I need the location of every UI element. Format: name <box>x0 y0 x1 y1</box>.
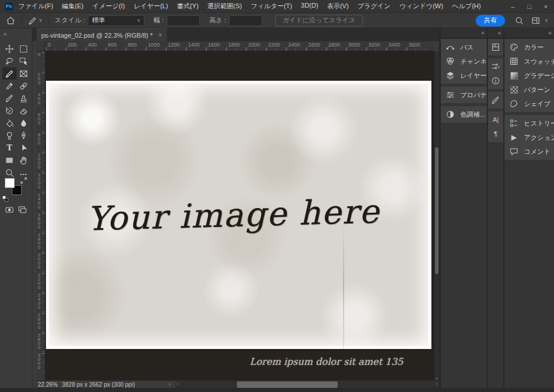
collapse-panels-icon[interactable]: « <box>548 29 552 36</box>
marquee-tool-icon[interactable] <box>17 42 31 55</box>
menu-item-7[interactable]: 3D(D) <box>301 2 318 11</box>
close-tab-icon[interactable]: × <box>159 32 162 38</box>
menu-item-1[interactable]: 編集(E) <box>62 2 84 11</box>
ruler-tick-label: 2400 <box>38 293 40 309</box>
path-selection-tool-icon[interactable] <box>17 141 31 154</box>
canvas-viewport[interactable]: Your image here Lorem ipsum dolor sit am… <box>45 51 434 380</box>
menu-item-2[interactable]: イメージ(I) <box>93 2 125 11</box>
chevron-down-icon[interactable]: ∨ <box>39 18 42 23</box>
menu-item-0[interactable]: ファイル(F) <box>18 2 53 11</box>
panel-button-libraries[interactable] <box>488 40 503 54</box>
panel-label: カラー <box>524 43 544 52</box>
home-icon[interactable] <box>6 16 15 25</box>
frame-tool-icon[interactable] <box>17 67 31 80</box>
history-brush-tool-icon[interactable] <box>2 104 17 117</box>
panel-button-channels[interactable]: チャンネ... <box>441 54 487 68</box>
screen-mode-icon[interactable] <box>18 205 27 215</box>
ruler-tick-label: 1400 <box>186 42 200 51</box>
panel-button-layers[interactable]: レイヤー <box>441 68 487 83</box>
document-tab[interactable]: ps-vintage_02.psd @ 22.3% (RGB/8) * × <box>37 28 167 41</box>
paint-bucket-tool-icon[interactable] <box>2 117 17 129</box>
menu-item-5[interactable]: 選択範囲(S) <box>207 2 242 11</box>
ruler-tick-label: 1000 <box>146 42 160 51</box>
quick-mask-icon[interactable] <box>5 205 14 215</box>
lasso-tool-icon[interactable] <box>2 55 17 67</box>
ruler-tick-label: 1600 <box>206 42 220 51</box>
slice-tool-icon[interactable] <box>2 67 17 80</box>
slice-tool-preset-icon[interactable] <box>28 16 37 25</box>
scroll-left-icon[interactable]: ‹ <box>177 381 179 387</box>
rectangle-tool-icon[interactable] <box>2 154 17 166</box>
type-tool-icon[interactable]: T <box>2 141 17 154</box>
panel-button-comments[interactable]: コメント <box>504 144 554 159</box>
search-icon[interactable] <box>515 16 524 25</box>
maximize-button[interactable]: □ <box>521 3 537 10</box>
foreground-color-swatch[interactable] <box>5 178 15 188</box>
history-icon <box>509 118 519 128</box>
panel-button-color[interactable]: カラー <box>504 40 554 54</box>
status-expand-icon[interactable]: › <box>169 381 170 387</box>
blur-tool-icon[interactable] <box>17 117 31 129</box>
panel-group: ヒストリー▶アクションコメント <box>504 115 554 160</box>
ruler-tick-label: 2200 <box>266 42 280 51</box>
panel-button-patterns[interactable]: パターン <box>504 83 554 97</box>
move-tool-icon[interactable] <box>2 42 17 55</box>
scroll-down-icon[interactable]: ∨ <box>434 376 439 380</box>
menu-item-10[interactable]: ウィンドウ(W) <box>400 2 443 11</box>
panel-button-brush-settings[interactable] <box>488 60 503 74</box>
layers-icon <box>445 71 456 80</box>
collapse-panels-icon[interactable]: « <box>481 29 484 36</box>
workspace-switcher-icon[interactable] <box>531 16 540 25</box>
panel-button-paragraph[interactable]: ¶ <box>488 127 503 141</box>
object-selection-tool-icon[interactable] <box>17 55 31 67</box>
scroll-right-icon[interactable]: › <box>436 381 438 387</box>
collapse-toolbar-icon[interactable]: « <box>4 31 7 37</box>
clone-stamp-tool-icon[interactable] <box>17 92 31 104</box>
horizontal-scrollbar-thumb[interactable] <box>237 381 338 388</box>
default-colors-icon[interactable] <box>2 196 8 202</box>
minimize-button[interactable]: – <box>504 3 521 10</box>
ruler-tick-label: 1600 <box>38 213 40 229</box>
panel-button-gradients[interactable]: グラデーシ... <box>504 68 554 83</box>
panel-button-actions[interactable]: ▶アクション <box>504 130 554 144</box>
color-icon <box>509 42 519 52</box>
slices-from-guides-button[interactable]: ガイドに沿ってスライス <box>275 15 364 27</box>
brush-tool-icon[interactable] <box>2 92 17 104</box>
panel-button-character[interactable]: A| <box>488 113 503 127</box>
share-button[interactable]: 共有 <box>476 15 505 27</box>
slice-width-input[interactable] <box>167 15 200 26</box>
dock-column-right: « カラースウォッチグラデーシ...パターンシェイプヒストリー▶アクションコメン… <box>504 28 554 388</box>
panel-button-info[interactable] <box>488 74 503 88</box>
menu-item-3[interactable]: レイヤー(L) <box>134 2 168 11</box>
close-button[interactable]: × <box>537 3 554 10</box>
menu-item-8[interactable]: 表示(V) <box>327 2 349 11</box>
style-select[interactable]: 標準 ∨ <box>88 15 144 26</box>
spot-healing-tool-icon[interactable] <box>17 80 31 92</box>
eraser-tool-icon[interactable] <box>17 104 31 117</box>
panel-button-brushes[interactable] <box>488 93 503 107</box>
panel-label: パターン <box>524 85 550 94</box>
swap-colors-icon[interactable] <box>19 176 28 185</box>
panel-group: カラースウォッチグラデーシ...パターンシェイプ <box>504 39 554 112</box>
panel-button-paths[interactable]: パス <box>441 40 487 54</box>
dodge-tool-icon[interactable] <box>2 129 17 141</box>
eyedropper-tool-icon[interactable] <box>2 80 17 92</box>
zoom-level[interactable]: 22.26% <box>38 381 58 388</box>
panel-button-properties[interactable]: プロパティ <box>441 88 487 102</box>
panel-button-adjustments[interactable]: 色調補... <box>441 107 487 121</box>
collapse-panels-icon[interactable]: « <box>497 29 501 36</box>
vertical-scrollbar-thumb[interactable] <box>435 147 438 274</box>
menu-item-9[interactable]: プラグイン <box>358 2 391 11</box>
pen-tool-icon[interactable] <box>17 129 31 141</box>
hand-tool-icon[interactable] <box>17 154 31 166</box>
ruler-corner <box>37 41 45 51</box>
dock-column-icons: « A|¶ <box>488 28 503 388</box>
vertical-scrollbar[interactable]: ∨ <box>434 51 439 380</box>
menu-item-4[interactable]: 書式(Y) <box>177 2 199 11</box>
slice-height-input[interactable] <box>229 15 262 26</box>
menu-item-11[interactable]: ヘルプ(H) <box>452 2 481 11</box>
panel-button-swatches[interactable]: スウォッチ <box>504 54 554 68</box>
menu-item-6[interactable]: フィルター(T) <box>250 2 292 11</box>
panel-button-history[interactable]: ヒストリー <box>504 116 554 130</box>
panel-button-shapes[interactable]: シェイプ <box>504 97 554 111</box>
